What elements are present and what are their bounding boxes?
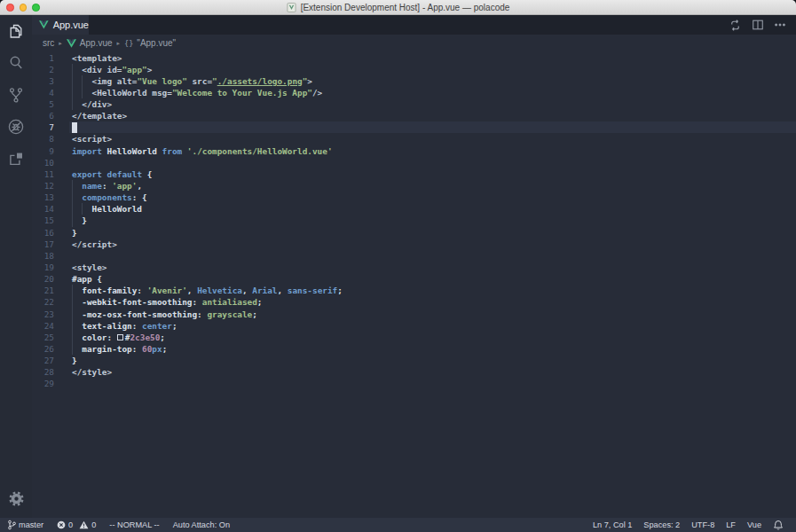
activity-extensions[interactable]: [0, 143, 32, 175]
code-token: <template>: [72, 53, 122, 63]
split-editor-icon[interactable]: [752, 19, 764, 31]
line-number: 8: [32, 133, 54, 145]
code-token: ;: [257, 297, 263, 307]
bell-icon[interactable]: [773, 520, 784, 530]
more-actions-icon[interactable]: [774, 19, 786, 31]
problems-indicator[interactable]: 0 0: [57, 520, 96, 529]
zoom-window-button[interactable]: [32, 4, 40, 12]
auto-attach-indicator[interactable]: Auto Attach: On: [173, 520, 230, 529]
extensions-icon: [7, 150, 25, 168]
code-lines: 1<template>2 <div id="app">3 <img alt="V…: [32, 52, 796, 390]
code-line[interactable]: 9import HelloWorld from './components/He…: [32, 145, 796, 157]
cursor-position-indicator[interactable]: Ln 7, Col 1: [593, 520, 632, 529]
code-token: />: [312, 88, 322, 98]
tab-app-vue[interactable]: App.vue: [32, 15, 89, 35]
vscode-window: [Extension Development Host] - App.vue —…: [0, 0, 796, 532]
activity-source-control[interactable]: [0, 79, 32, 111]
indent-guide: [72, 343, 73, 355]
code-token: >: [147, 65, 153, 74]
code-token: -webkit-font-smoothing:: [72, 297, 202, 307]
line-number: 25: [32, 332, 54, 343]
breadcrumb-symbol[interactable]: {} "App.vue": [124, 38, 176, 48]
code-line[interactable]: 22 -webkit-font-smoothing: antialiased;: [32, 296, 796, 308]
code-line[interactable]: 25 color: #2c3e50;: [32, 332, 796, 343]
code-token: </style>: [72, 367, 112, 377]
activity-debug[interactable]: [0, 111, 32, 143]
code-token: 'Avenir': [147, 286, 187, 295]
line-number: 19: [32, 262, 54, 273]
code-line[interactable]: 6</template>: [32, 110, 796, 121]
text-cursor: [72, 122, 77, 133]
line-number: 23: [32, 309, 54, 320]
code-token: import: [72, 146, 102, 156]
close-window-button[interactable]: [6, 4, 14, 12]
activity-explorer[interactable]: [0, 15, 32, 47]
code-token: Arial: [252, 286, 277, 295]
code-line[interactable]: 1<template>: [32, 52, 796, 64]
code-token: :: [102, 181, 112, 191]
minimize-window-button[interactable]: [20, 4, 28, 12]
line-number: 22: [32, 296, 54, 308]
code-line[interactable]: 21 font-family: 'Avenir', Helvetica, Ari…: [32, 285, 796, 296]
line-number: 29: [32, 378, 54, 389]
code-line[interactable]: 29: [32, 378, 796, 389]
activity-settings[interactable]: [0, 482, 32, 514]
code-line[interactable]: 15 }: [32, 215, 796, 226]
code-line[interactable]: 10: [32, 157, 796, 168]
code-line[interactable]: 11export default {: [32, 168, 796, 180]
code-token: ;: [337, 286, 343, 295]
code-line[interactable]: 20#app {: [32, 273, 796, 285]
indent-guide: [72, 332, 73, 343]
code-line[interactable]: 8<script>: [32, 133, 796, 145]
code-line[interactable]: 17</script>: [32, 239, 796, 250]
code-token: color:: [72, 332, 117, 342]
editor-group: App.vue src: [32, 15, 796, 518]
tab-label: App.vue: [53, 20, 89, 30]
encoding-indicator[interactable]: UTF-8: [691, 520, 714, 529]
eol-indicator[interactable]: LF: [726, 520, 736, 529]
code-token: export: [72, 169, 102, 179]
code-line[interactable]: 7: [32, 121, 796, 133]
code-token: default: [107, 169, 143, 179]
gear-icon: [8, 490, 25, 507]
code-line[interactable]: 19<style>: [32, 262, 796, 273]
code-line[interactable]: 12 name: 'app',: [32, 180, 796, 192]
code-token: "Vue logo": [137, 76, 186, 86]
breadcrumb-file[interactable]: App.vue: [67, 38, 113, 48]
main-area: App.vue src: [0, 15, 796, 518]
code-line[interactable]: 2 <div id="app">: [32, 64, 796, 75]
language-indicator[interactable]: Vue: [747, 520, 761, 529]
code-line[interactable]: 24 text-align: center;: [32, 320, 796, 332]
code-line[interactable]: 23 -moz-osx-font-smoothing: grayscale;: [32, 309, 796, 320]
code-line[interactable]: 3 <img alt="Vue logo" src="./assets/logo…: [32, 75, 796, 87]
code-line[interactable]: 26 margin-top: 60px;: [32, 343, 796, 355]
indent-guide: [82, 203, 83, 215]
line-number: 4: [32, 87, 54, 98]
indent-guide: [72, 296, 73, 308]
color-swatch: [117, 334, 123, 340]
code-line[interactable]: 4 <HelloWorld msg="Welcome to Your Vue.j…: [32, 87, 796, 98]
breadcrumb-folder[interactable]: src: [43, 38, 54, 48]
line-number: 3: [32, 75, 54, 87]
code-line[interactable]: 14 HelloWorld: [32, 203, 796, 215]
vue-icon: [67, 39, 76, 48]
code-token: -moz-osx-font-smoothing:: [72, 309, 207, 319]
code-editor[interactable]: 1<template>2 <div id="app">3 <img alt="V…: [32, 51, 796, 518]
titlebar[interactable]: [Extension Development Host] - App.vue —…: [0, 0, 796, 15]
code-line[interactable]: 28</style>: [32, 366, 796, 378]
indentation-indicator[interactable]: Spaces: 2: [643, 520, 680, 529]
chevron-right-icon: ▸: [116, 40, 122, 47]
code-line[interactable]: 16}: [32, 227, 796, 239]
code-line[interactable]: 27}: [32, 355, 796, 366]
code-line[interactable]: 18: [32, 250, 796, 262]
code-line[interactable]: 5 </div>: [32, 98, 796, 110]
chevron-right-icon: ▸: [58, 40, 63, 47]
indent-guide: [72, 309, 73, 320]
code-token: margin-top:: [72, 344, 142, 354]
toggle-changes-icon[interactable]: [729, 19, 742, 32]
activity-search[interactable]: [0, 47, 32, 79]
code-line[interactable]: 13 components: {: [32, 192, 796, 203]
git-branch-indicator[interactable]: master: [7, 520, 43, 530]
code-token: </template>: [72, 111, 127, 121]
vim-mode-indicator[interactable]: -- NORMAL --: [109, 520, 159, 529]
